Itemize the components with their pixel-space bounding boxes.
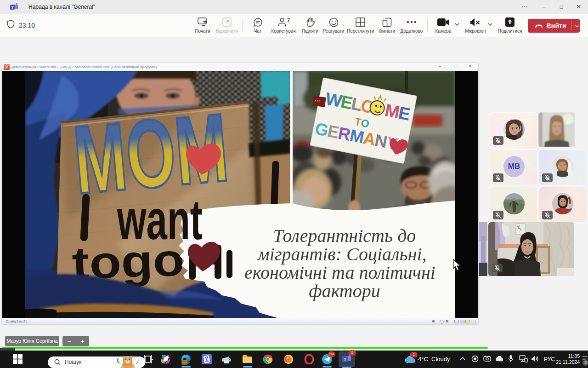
svg-text:P: P <box>6 65 8 69</box>
svg-text:T: T <box>11 6 14 10</box>
svg-text:T: T <box>344 357 346 362</box>
svg-text:фактори: фактори <box>309 281 380 301</box>
svg-text:економічні та політичні: економічні та політичні <box>244 262 435 283</box>
svg-text:want: want <box>117 189 203 251</box>
svg-text:мігрантів: Соціальні,: мігрантів: Соціальні, <box>257 244 426 264</box>
svg-text:Толерантність до: Толерантність до <box>273 225 416 246</box>
svg-text:7: 7 <box>287 17 290 23</box>
